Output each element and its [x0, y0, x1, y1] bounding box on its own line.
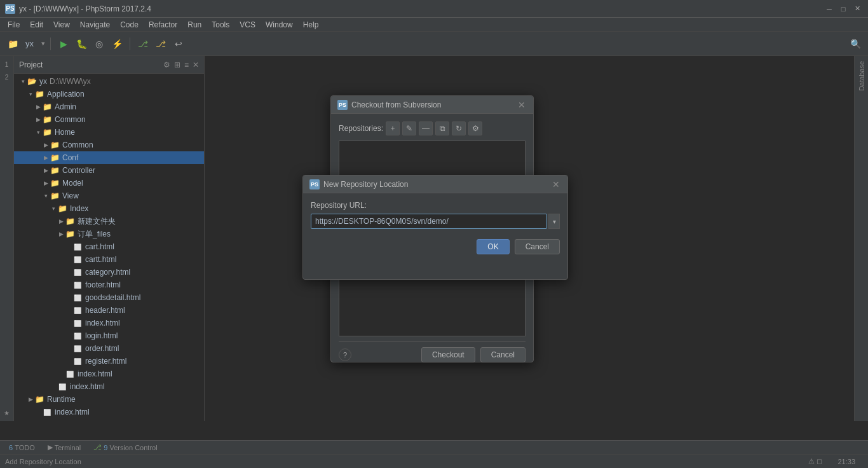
tab-terminal-label: Terminal — [55, 444, 81, 451]
tree-item-index2[interactable]: ⬜ index.html — [14, 368, 204, 380]
tree-item-runtime[interactable]: ▶ 📁 Runtime — [14, 393, 204, 406]
checkout-dialog-close[interactable]: ✕ — [517, 100, 527, 110]
menu-navigate[interactable]: Navigate — [75, 19, 115, 31]
toolbar-git-icon[interactable]: ⎇ — [135, 36, 151, 52]
tree-item-login[interactable]: ⬜ login.html — [14, 329, 204, 342]
menu-tools[interactable]: Tools — [207, 19, 234, 31]
tab-todo-label: TODO — [15, 444, 35, 451]
tab-todo-num: 6 — [9, 444, 13, 451]
tree-item-order-files[interactable]: ▶ 📁 订单_files — [14, 228, 204, 240]
tab-todo[interactable]: 6 TODO — [4, 443, 40, 453]
menu-window[interactable]: Window — [261, 19, 298, 31]
tree-item-category[interactable]: ⬜ category.html — [14, 266, 204, 279]
menu-edit[interactable]: Edit — [25, 19, 48, 31]
tree-label-common-home: Common — [62, 141, 93, 149]
repos-copy-btn[interactable]: ⧉ — [435, 121, 449, 135]
tree-item-index-root[interactable]: ⬜ index.html — [14, 406, 204, 418]
menu-run[interactable]: Run — [182, 19, 207, 31]
tree-folder-icon-new-folder: 📁 — [65, 217, 75, 226]
statusbar-icons[interactable]: ⚠ ◻ — [808, 457, 822, 465]
checkout-dialog-title: Checkout from Subversion — [351, 100, 513, 109]
toolbar-profile-btn[interactable]: ⚡ — [109, 36, 125, 52]
tree-file-icon-index2: ⬜ — [65, 369, 75, 378]
checkout-cancel-button[interactable]: Cancel — [480, 347, 526, 362]
repos-settings-btn[interactable]: ⚙ — [468, 121, 482, 135]
project-gear-icon[interactable]: ≡ — [184, 60, 189, 69]
tree-item-common-app[interactable]: ▶ 📁 Common — [14, 113, 204, 126]
new-repo-dialog-close[interactable]: ✕ — [551, 179, 561, 189]
toolbar-debug-btn[interactable]: 🐛 — [74, 36, 89, 52]
right-sidebar-database-label[interactable]: Database — [857, 56, 867, 96]
tree-item-home[interactable]: ▾ 📁 Home — [14, 126, 204, 139]
toolbar-dropdown[interactable]: ▾ — [41, 39, 45, 48]
tree-item-common-home[interactable]: ▶ 📁 Common — [14, 139, 204, 151]
tree-item-cartt[interactable]: ⬜ cartt.html — [14, 253, 204, 266]
tree-item-index[interactable]: ▾ 📁 Index — [14, 202, 204, 215]
menu-help[interactable]: Help — [298, 19, 324, 31]
repos-remove-btn[interactable]: — — [419, 121, 433, 135]
toolbar-vcs-icon[interactable]: ⎇ — [153, 36, 168, 52]
toolbar-run-btn[interactable]: ▶ — [56, 36, 71, 52]
tree-file-icon-register: ⬜ — [72, 357, 83, 366]
url-dropdown-btn[interactable]: ▾ — [548, 214, 560, 229]
tree-item-controller[interactable]: ▶ 📁 Controller — [14, 164, 204, 177]
checkout-button[interactable]: Checkout — [421, 347, 475, 362]
tree-item-cart[interactable]: ⬜ cart.html — [14, 240, 204, 253]
tree-item-model[interactable]: ▶ 📁 Model — [14, 177, 204, 189]
tree-item-readme[interactable]: ⬜ README.md — [14, 418, 204, 421]
menu-code[interactable]: Code — [115, 19, 144, 31]
close-button[interactable]: ✕ — [851, 3, 863, 15]
tree-item-application[interactable]: ▾ 📁 Application — [14, 88, 204, 100]
new-repo-ok-button[interactable]: OK — [477, 239, 509, 254]
repos-add-btn[interactable]: + — [386, 121, 400, 135]
menu-refactor[interactable]: Refactor — [144, 19, 182, 31]
tree-item-order[interactable]: ⬜ order.html — [14, 342, 204, 355]
tree-path-root: D:\WWW\yx — [50, 77, 91, 86]
toolbar-folder-icon[interactable]: 📁 — [5, 36, 20, 52]
toolbar-sep-2 — [130, 38, 130, 50]
new-repo-cancel-button[interactable]: Cancel — [515, 239, 560, 254]
tree-item-header[interactable]: ⬜ header.html — [14, 304, 204, 317]
tree-arrow-new-folder: ▶ — [57, 218, 65, 224]
maximize-button[interactable]: □ — [837, 3, 849, 15]
tree-item-index3[interactable]: ⬜ index.html — [14, 380, 204, 393]
menu-file[interactable]: File — [3, 19, 25, 31]
tree-file-icon-footer: ⬜ — [72, 280, 83, 289]
titlebar: PS yx - [D:\WWW\yx] - PhpStorm 2017.2.4 … — [0, 0, 868, 18]
tree-item-admin[interactable]: ▶ 📁 Admin — [14, 100, 204, 113]
toolbar-search-btn[interactable]: 🔍 — [848, 36, 863, 52]
left-icon-3[interactable]: ★ — [1, 407, 13, 418]
url-input[interactable] — [311, 214, 547, 229]
toolbar-sep-1 — [50, 38, 51, 50]
tree-item-goodsdetail[interactable]: ⬜ goodsdetail.html — [14, 291, 204, 304]
tree-item-footer[interactable]: ⬜ footer.html — [14, 279, 204, 291]
toolbar-coverage-btn[interactable]: ◎ — [92, 36, 107, 52]
tree-arrow-root: ▾ — [19, 78, 27, 85]
tab-terminal[interactable]: ▶ Terminal — [43, 442, 86, 453]
minimize-button[interactable]: ─ — [824, 3, 835, 15]
new-repo-dialog-icon: PS — [309, 179, 320, 189]
checkout-help-icon[interactable]: ? — [339, 348, 351, 361]
add-repo-label[interactable]: Add Repository Location — [5, 458, 81, 465]
left-icon-2[interactable]: 2 — [1, 71, 13, 83]
app-icon: PS — [5, 4, 15, 14]
tree-item-new-folder[interactable]: ▶ 📁 新建文件夹 — [14, 215, 204, 228]
left-icon-1[interactable]: 1 — [1, 59, 13, 70]
project-layout-icon[interactable]: ⊞ — [174, 60, 180, 69]
project-close-icon[interactable]: ✕ — [193, 60, 199, 69]
tree-item-conf[interactable]: ▶ 📁 Conf — [14, 151, 204, 164]
repos-edit-btn[interactable]: ✎ — [402, 121, 416, 135]
menu-view[interactable]: View — [48, 19, 75, 31]
tree-arrow-view: ▾ — [42, 193, 50, 199]
repos-refresh-btn[interactable]: ↻ — [452, 121, 466, 135]
tab-version-control[interactable]: ⎇ 9 Version Control — [88, 442, 162, 453]
tree-item-root[interactable]: ▾ 📂 yx D:\WWW\yx — [14, 75, 204, 88]
toolbar-update-btn[interactable]: ↩ — [171, 36, 186, 52]
tree-item-register[interactable]: ⬜ register.html — [14, 355, 204, 368]
tree-folder-icon-controller: 📁 — [50, 166, 60, 175]
tree-folder-icon-order-files: 📁 — [65, 230, 75, 238]
tree-item-view[interactable]: ▾ 📁 View — [14, 189, 204, 202]
menu-vcs[interactable]: VCS — [234, 19, 261, 31]
project-settings-icon[interactable]: ⚙ — [163, 60, 170, 69]
tree-item-index-html[interactable]: ⬜ index.html — [14, 317, 204, 329]
